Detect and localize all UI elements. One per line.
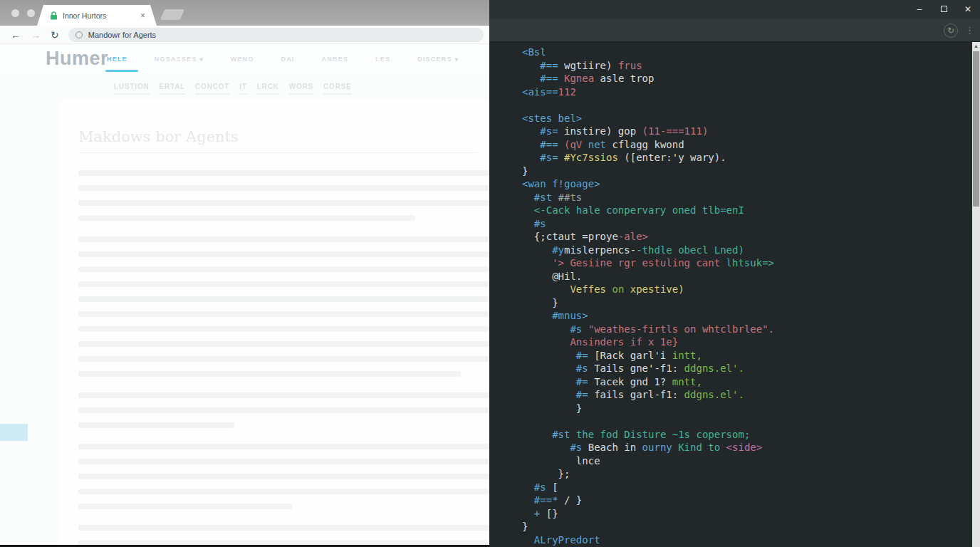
code-token: #y [552,244,564,256]
subnav-item-lustion[interactable]: LUSTION [114,83,150,95]
nav-item-hele[interactable]: HELE [107,56,127,63]
faded-text-line [78,525,489,531]
site-header: Humer HELENGSASSES▾WENODAIANBESLESDISCER… [0,44,489,74]
code-token: + [534,508,546,519]
kebab-menu-icon[interactable]: ⋮ [965,25,974,36]
code-line [522,415,973,428]
faded-paragraph [78,392,489,428]
code-line: + [} [522,507,973,521]
code-token: #st [552,429,576,440]
code-token: ddgns.el'. [684,389,744,400]
code-line: #s [522,217,973,231]
code-line: #s= instire) gop (11-===111) [522,125,973,138]
code-token [522,376,576,387]
close-window-button[interactable] [11,9,19,17]
nav-item-les[interactable]: LES [375,56,390,63]
code-token: [} [546,508,558,519]
scrollbar[interactable]: ▲ [972,42,980,547]
faded-text-line [78,341,489,347]
site-logo[interactable]: Humer [46,48,108,70]
code-line: #==* / } [522,494,973,507]
code-token: Beach in [588,442,642,453]
minimize-icon[interactable]: – [907,0,932,19]
code-token: Tails gne'-f1: [594,363,684,374]
code-token: <-Cack hale conpervary oned tlb=enI [522,204,744,216]
chevron-down-icon: ▾ [199,56,203,63]
nav-item-discers[interactable]: DISCERS▾ [417,56,459,63]
faded-text-line [78,407,489,413]
code-line: #= fails garl-f1: ddgns.el'. [522,388,973,402]
scrollbar-thumb[interactable] [973,51,979,207]
subnav-item-ertal[interactable]: ERTAL [160,83,186,95]
chevron-down-icon: ▾ [455,56,459,63]
address-bar[interactable]: Mandowr for Agerts [68,28,484,42]
faded-text-line [78,326,489,332]
site-info-icon[interactable] [75,31,83,38]
code-line: #mnus> [522,309,973,323]
code-line: #ymislerpencs--thdle obecl Lned) [522,244,973,257]
code-token: <Bsl [522,46,546,58]
forward-icon[interactable]: → [31,30,41,40]
right-code-window: – ✕ ↻ ⋮ <Bsl #== wgtiire) frus #== Kgnea… [489,0,980,547]
url-text: Mandowr for Agerts [88,31,156,39]
code-token: #s [534,218,546,229]
subnav-item-lrck[interactable]: LRCK [257,83,279,95]
code-token: lhtsuk=> [726,257,774,269]
faded-text-line [78,356,489,362]
code-token: Kgnea [564,73,600,84]
nav-item-anbes[interactable]: ANBES [322,56,349,63]
code-token [522,125,540,137]
back-icon[interactable]: ← [11,30,21,40]
browser-toolbar: ← → ↻ Mandowr for Agerts [0,26,489,44]
reload-icon[interactable]: ↻ [944,24,958,38]
code-token: #st [534,192,558,203]
close-icon[interactable]: ✕ [956,0,980,19]
code-line: #== (qV net cflagg kwond [522,138,973,152]
code-token: mislerpencs- [564,244,636,256]
faded-text-line [78,236,489,242]
code-line: } [522,165,973,178]
code-token: #= [576,389,594,400]
code-token: / } [564,494,582,506]
maximize-icon[interactable] [932,0,956,19]
code-token: #mnus> [552,310,588,321]
code-token: the fod Disture ~1s copersom; [576,429,750,440]
code-token [522,218,534,229]
scroll-up-icon[interactable]: ▲ [972,42,980,51]
code-token: ddgns.el'. [684,363,744,374]
code-line: #st the fod Disture ~1s copersom; [522,428,973,442]
nav-item-dai[interactable]: DAI [281,56,294,63]
code-token: [Rack garl'i [594,350,672,361]
faded-paragraph [78,525,489,547]
sidebar-highlight-item[interactable] [0,424,28,441]
code-line: #s "weathes-firtls on whtclbrlee". [522,323,973,336]
subnav-item-concot[interactable]: CONCOT [195,83,229,95]
code-token: #s= [540,125,564,137]
minimize-window-button[interactable] [27,9,35,17]
right-window-titlebar: – ✕ [489,0,980,19]
code-token: instire) gop [564,125,642,137]
code-token [522,244,552,256]
reload-icon[interactable]: ↻ [51,30,59,40]
code-token: lnce [522,455,600,467]
code-token: } [522,521,528,532]
nav-item-weno[interactable]: WENO [231,56,254,63]
code-line: <wan f!goage> [522,177,973,191]
nav-item-ngsasses[interactable]: NGSASSES▾ [155,56,204,63]
subnav-item-corse[interactable]: CORSE [323,83,352,95]
code-token: } [522,165,528,177]
faded-text-line [78,296,489,302]
tab-title: Innor Hurtors [63,11,140,20]
subnav-item-wors[interactable]: WORS [289,83,313,95]
code-line: #s Beach in ourny Kind to <side> [522,441,973,454]
tab-close-icon[interactable]: × [140,11,145,20]
code-line: } [522,402,973,415]
new-tab-button[interactable] [160,9,185,20]
code-token [522,389,576,400]
faded-paragraph [78,170,489,221]
code-line: <ais==112 [522,85,973,99]
faded-text-line [78,459,489,464]
browser-tab[interactable]: Innor Hurtors × [37,5,157,26]
code-token: 112 [558,86,576,98]
subnav-item-it[interactable]: IT [239,83,247,95]
